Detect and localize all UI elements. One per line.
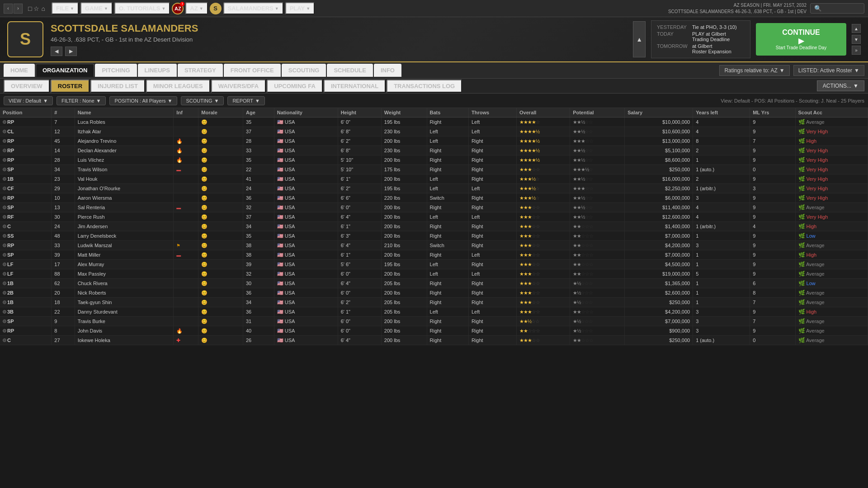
cell-name[interactable]: Itzhak Atar	[75, 127, 174, 136]
cell-name[interactable]: Alejandro Trevino	[75, 136, 174, 146]
table-row[interactable]: RP 10 Aaron Wiersma 😊 36 🇺🇸 USA 6' 6" 22…	[0, 193, 868, 203]
tab-pitching[interactable]: PITCHING	[95, 64, 137, 77]
salamanders-menu[interactable]: SALAMANDERS ▼	[223, 2, 283, 14]
cell-name[interactable]: Pierce Rush	[75, 212, 174, 222]
table-row[interactable]: LF 88 Max Passley 😊 32 🇺🇸 USA 6' 0" 200 …	[0, 269, 868, 279]
play-menu[interactable]: PLAY ▼	[285, 2, 315, 14]
table-row[interactable]: RP 45 Alejandro Trevino 🔥 😊 28 🇺🇸 USA 6'…	[0, 136, 868, 146]
expand-up-button[interactable]: ▲	[852, 24, 861, 33]
position-filter[interactable]: POSITION : All Players ▼	[109, 96, 177, 105]
tab-schedule[interactable]: SCHEDULE	[327, 64, 373, 77]
star-icon[interactable]: ☆	[33, 5, 39, 12]
table-row[interactable]: LF 17 Alex Murray 😊 39 🇺🇸 USA 5' 6" 195 …	[0, 260, 868, 269]
col-throws[interactable]: Throws	[468, 108, 516, 117]
cell-name[interactable]: Travis Burke	[75, 317, 174, 326]
game-menu[interactable]: GAME ▼	[80, 2, 113, 14]
col-age[interactable]: Age	[243, 108, 274, 117]
col-potential[interactable]: Potential	[570, 108, 625, 117]
tab-strategy[interactable]: STRATEGY	[178, 64, 223, 77]
cell-name[interactable]: Luis Vilchez	[75, 155, 174, 165]
table-row[interactable]: 1B 62 Chuck Rivera 😊 30 🇺🇸 USA 6' 4" 205…	[0, 279, 868, 288]
view-filter[interactable]: VIEW : Default ▼	[4, 96, 53, 105]
subtab-waivers[interactable]: WAIVERS/DFA	[211, 80, 266, 93]
col-number[interactable]: #	[52, 108, 75, 117]
expand-right-button[interactable]: »	[852, 46, 861, 55]
tab-organization[interactable]: ORGANIZATION	[36, 64, 94, 77]
cell-name[interactable]: Taek-gyun Shin	[75, 298, 174, 307]
cell-name[interactable]: Max Passley	[75, 269, 174, 279]
table-row[interactable]: RP 7 Luca Robles 😊 35 🇺🇸 USA 6' 0" 195 l…	[0, 117, 868, 127]
cell-name[interactable]: Sal Renteria	[75, 203, 174, 212]
forward-button[interactable]: ›	[14, 4, 23, 14]
az-menu[interactable]: AZ ▼	[185, 2, 208, 14]
col-height[interactable]: Height	[338, 108, 381, 117]
table-row[interactable]: CL 12 Itzhak Atar 😊 37 🇺🇸 USA 6' 8" 230 …	[0, 127, 868, 136]
col-ml-yrs[interactable]: ML Yrs	[750, 108, 795, 117]
tab-scouting[interactable]: SCOUTING	[282, 64, 326, 77]
col-bats[interactable]: Bats	[427, 108, 468, 117]
collapse-button[interactable]: ▲	[633, 21, 646, 57]
file-menu[interactable]: FILE ▼	[52, 2, 79, 14]
minimize-icon[interactable]: □	[28, 5, 32, 12]
subtab-upcoming-fa[interactable]: UPCOMING FA	[267, 80, 323, 93]
cell-name[interactable]: Alex Murray	[75, 260, 174, 269]
cell-name[interactable]: Danny Sturdevant	[75, 307, 174, 317]
table-row[interactable]: RP 33 Ludwik Marszal ⚑ 😊 38 🇺🇸 USA 6' 4"…	[0, 241, 868, 250]
col-morale[interactable]: Morale	[198, 108, 243, 117]
tab-front-office[interactable]: FRONT OFFICE	[224, 64, 281, 77]
table-row[interactable]: 1B 18 Taek-gyun Shin 😊 34 🇺🇸 USA 6' 2" 2…	[0, 298, 868, 307]
col-name[interactable]: Name	[75, 108, 174, 117]
subtab-overview[interactable]: OVERVIEW	[4, 80, 50, 93]
expand-down-button[interactable]: ▼	[852, 35, 861, 44]
tab-lineups[interactable]: LINEUPS	[138, 64, 177, 77]
table-row[interactable]: RP 8 John Davis 🔥 😊 40 🇺🇸 USA 6' 0" 200 …	[0, 326, 868, 336]
continue-button[interactable]: CONTINUE ▶ Start Trade Deadline Day	[756, 23, 846, 56]
tab-home[interactable]: HOME	[4, 64, 35, 77]
cell-name[interactable]: Matt Miller	[75, 250, 174, 260]
scouting-filter[interactable]: SCOUTING ▼	[181, 96, 224, 105]
cell-name[interactable]: Jim Andersen	[75, 222, 174, 231]
cell-name[interactable]: John Davis	[75, 326, 174, 336]
cell-name[interactable]: Iokewe Holeka	[75, 336, 174, 345]
tab-info[interactable]: INFO	[374, 64, 401, 77]
cell-name[interactable]: Declan Alexander	[75, 146, 174, 155]
table-row[interactable]: CF 29 Jonathan O'Rourke 😊 24 🇺🇸 USA 6' 2…	[0, 184, 868, 193]
table-row[interactable]: 1B 23 Val Houk 😊 41 🇺🇸 USA 6' 1" 200 lbs…	[0, 174, 868, 184]
table-row[interactable]: 2B 20 Nick Roberts 😊 36 🇺🇸 USA 6' 0" 200…	[0, 288, 868, 298]
col-years-left[interactable]: Years left	[693, 108, 750, 117]
subtab-international[interactable]: INTERNATIONAL	[324, 80, 386, 93]
home-icon[interactable]: ⌂	[41, 5, 45, 12]
actions-button[interactable]: ACTIONS... ▼	[817, 80, 864, 91]
table-row[interactable]: SP 13 Sal Renteria ▬ 😊 32 🇺🇸 USA 6' 0" 2…	[0, 203, 868, 212]
team-logo-small[interactable]: S	[210, 3, 222, 14]
table-row[interactable]: RF 30 Pierce Rush 😊 37 🇺🇸 USA 6' 4" 200 …	[0, 212, 868, 222]
report-filter[interactable]: REPORT ▼	[227, 96, 265, 105]
subtab-transactions[interactable]: TRANSACTIONS LOG	[387, 80, 462, 93]
header-tab-2[interactable]: ▶	[65, 47, 77, 56]
subtab-minor-leagues[interactable]: MINOR LEAGUES	[146, 80, 210, 93]
subtab-roster[interactable]: ROSTER	[51, 80, 90, 93]
back-button[interactable]: ‹	[4, 4, 13, 14]
cell-name[interactable]: Ludwik Marszal	[75, 241, 174, 250]
header-tab-1[interactable]: ◀	[51, 47, 62, 56]
cell-name[interactable]: Aaron Wiersma	[75, 193, 174, 203]
table-row[interactable]: 3B 22 Danny Sturdevant 😊 36 🇺🇸 USA 6' 1"…	[0, 307, 868, 317]
table-row[interactable]: RP 28 Luis Vilchez 🔥 😊 35 🇺🇸 USA 5' 10" …	[0, 155, 868, 165]
col-position[interactable]: Position	[0, 108, 52, 117]
cell-name[interactable]: Luca Robles	[75, 117, 174, 127]
search-input[interactable]	[810, 3, 864, 14]
table-row[interactable]: SP 39 Matt Miller ▬ 😊 38 🇺🇸 USA 6' 1" 20…	[0, 250, 868, 260]
cell-name[interactable]: Nick Roberts	[75, 288, 174, 298]
cell-name[interactable]: Chuck Rivera	[75, 279, 174, 288]
cell-name[interactable]: Val Houk	[75, 174, 174, 184]
table-row[interactable]: C 24 Jim Andersen 😊 34 🇺🇸 USA 6' 1" 200 …	[0, 222, 868, 231]
ratings-dropdown[interactable]: Ratings relative to: AZ ▼	[719, 65, 789, 76]
table-row[interactable]: SP 9 Travis Burke 😊 31 🇺🇸 USA 6' 0" 200 …	[0, 317, 868, 326]
cell-name[interactable]: Travis Wilson	[75, 165, 174, 174]
col-overall[interactable]: Overall	[517, 108, 570, 117]
tutorials-menu[interactable]: O. TUTORIALS ▼	[114, 2, 170, 14]
subtab-injured-list[interactable]: INJURED LIST	[90, 80, 145, 93]
listed-dropdown[interactable]: LISTED: Active Roster ▼	[793, 65, 864, 76]
table-row[interactable]: SS 48 Larry Denelsbeck 😊 35 🇺🇸 USA 6' 3"…	[0, 231, 868, 241]
roster-table-container[interactable]: Position # Name Inf Morale Age Nationali…	[0, 108, 868, 478]
